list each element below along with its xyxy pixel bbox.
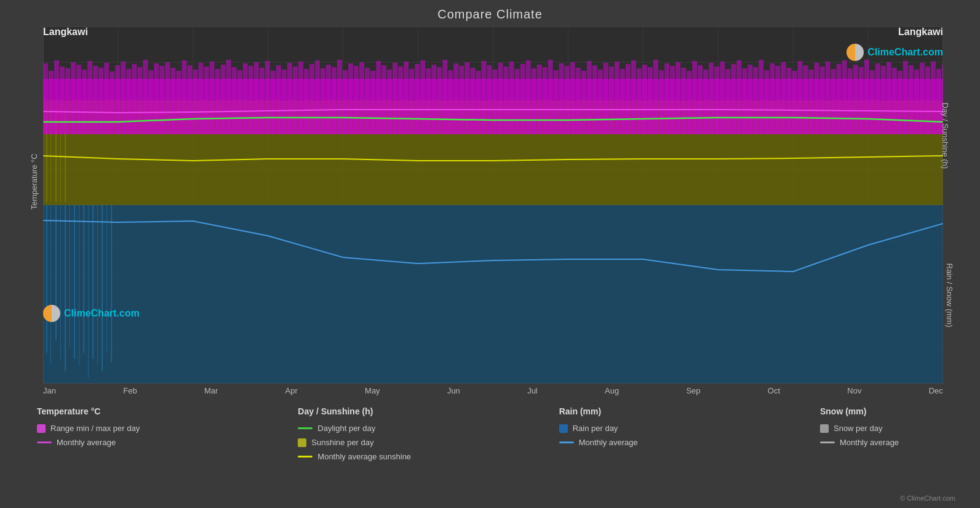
svg-rect-151	[637, 68, 642, 134]
svg-rect-137	[559, 63, 564, 134]
svg-rect-195	[881, 66, 886, 134]
legend-snow-title: Snow (mm)	[820, 406, 943, 416]
svg-rect-181	[803, 65, 808, 134]
svg-rect-162	[698, 65, 703, 134]
svg-rect-179	[792, 71, 797, 134]
svg-rect-79	[237, 70, 242, 134]
chart-area: Langkawi Langkawi ClimeChart.com Tempera…	[43, 26, 943, 384]
svg-rect-192	[864, 60, 869, 134]
legend-temp-avg-label: Monthly average	[57, 438, 116, 447]
svg-rect-166	[720, 62, 725, 134]
svg-rect-182	[809, 70, 814, 134]
svg-rect-153	[648, 67, 653, 134]
svg-rect-124	[487, 65, 492, 134]
svg-rect-123	[481, 61, 486, 134]
svg-rect-85	[271, 71, 276, 134]
svg-rect-189	[848, 68, 853, 134]
svg-rect-58	[121, 62, 125, 134]
x-axis: Jan Feb Mar Apr May Jun Jul Aug Sep Oct …	[43, 386, 943, 395]
svg-rect-183	[815, 63, 819, 134]
svg-rect-175	[770, 63, 775, 134]
legend-sunshine-avg: Monthly average sunshine	[298, 452, 421, 461]
svg-rect-26	[65, 205, 66, 371]
svg-rect-190	[853, 65, 858, 134]
legend-rain-title: Rain (mm)	[559, 406, 682, 416]
svg-rect-62	[143, 60, 148, 134]
svg-rect-180	[798, 61, 803, 134]
svg-rect-104	[376, 61, 381, 134]
svg-rect-50	[76, 65, 81, 134]
logo-icon-bottom	[43, 305, 60, 322]
month-jul: Jul	[527, 386, 538, 395]
snow-avg-swatch	[820, 441, 835, 443]
svg-rect-35	[106, 205, 107, 353]
svg-rect-161	[692, 61, 697, 134]
legend-snow-bar-label: Snow per day	[834, 424, 883, 433]
svg-rect-95	[326, 65, 331, 134]
watermark-text-top: ClimeChart.com	[867, 47, 943, 58]
svg-rect-126	[498, 63, 503, 134]
svg-rect-64	[154, 63, 159, 134]
svg-rect-22	[46, 205, 47, 353]
svg-rect-81	[249, 66, 253, 134]
month-jan: Jan	[43, 386, 56, 395]
svg-rect-102	[365, 68, 370, 134]
svg-rect-145	[604, 63, 608, 134]
legend-snow-avg-label: Monthly average	[840, 438, 899, 447]
legend-temp-range: Range min / max per day	[37, 424, 160, 433]
temp-avg-swatch	[37, 441, 52, 443]
svg-rect-88	[287, 63, 292, 134]
month-feb: Feb	[123, 386, 137, 395]
svg-rect-196	[886, 62, 891, 134]
svg-rect-149	[626, 64, 631, 134]
svg-rect-75	[215, 69, 220, 134]
svg-rect-29	[79, 205, 79, 365]
svg-rect-142	[587, 61, 592, 134]
svg-rect-92	[309, 64, 314, 134]
svg-rect-143	[592, 65, 597, 134]
svg-rect-165	[714, 67, 719, 134]
svg-rect-191	[859, 67, 864, 134]
svg-rect-96	[332, 67, 337, 134]
svg-rect-36	[111, 205, 112, 362]
legend-sunshine-bar-label: Sunshine per day	[311, 438, 373, 447]
month-apr: Apr	[285, 386, 298, 395]
watermark-text-bottom: ClimeChart.com	[64, 308, 140, 319]
svg-rect-154	[653, 60, 658, 134]
svg-rect-66	[165, 62, 170, 134]
svg-rect-30	[83, 205, 84, 353]
svg-rect-128	[509, 62, 514, 134]
svg-rect-193	[870, 70, 875, 134]
svg-rect-133	[537, 65, 542, 134]
svg-rect-83	[260, 68, 265, 134]
rain-avg-swatch	[559, 441, 574, 443]
legend-snow: Snow (mm) Snow per day Monthly average	[820, 406, 943, 461]
legend-temperature: Temperature °C Range min / max per day M…	[37, 406, 160, 461]
svg-rect-47	[60, 67, 65, 134]
svg-rect-61	[137, 67, 142, 134]
svg-rect-204	[931, 62, 936, 134]
svg-rect-67	[170, 68, 175, 134]
svg-rect-94	[321, 68, 325, 134]
svg-rect-93	[315, 60, 320, 134]
svg-rect-72	[199, 63, 204, 134]
watermark-top-right: ClimeChart.com	[847, 44, 943, 61]
svg-rect-101	[359, 62, 364, 134]
svg-rect-55	[104, 63, 109, 134]
svg-rect-63	[148, 70, 153, 134]
svg-rect-203	[925, 67, 930, 134]
svg-rect-194	[875, 63, 880, 134]
svg-rect-70	[187, 65, 192, 134]
svg-rect-117	[448, 70, 453, 134]
svg-rect-127	[504, 67, 509, 134]
svg-rect-177	[781, 62, 786, 134]
svg-rect-158	[675, 62, 680, 134]
svg-rect-168	[731, 64, 736, 134]
svg-rect-140	[576, 68, 581, 134]
svg-rect-68	[176, 71, 181, 134]
left-axis-label: Temperature °C	[30, 153, 39, 209]
svg-rect-146	[609, 67, 614, 134]
svg-rect-77	[226, 60, 231, 134]
svg-rect-132	[532, 68, 536, 134]
svg-rect-73	[204, 67, 209, 134]
